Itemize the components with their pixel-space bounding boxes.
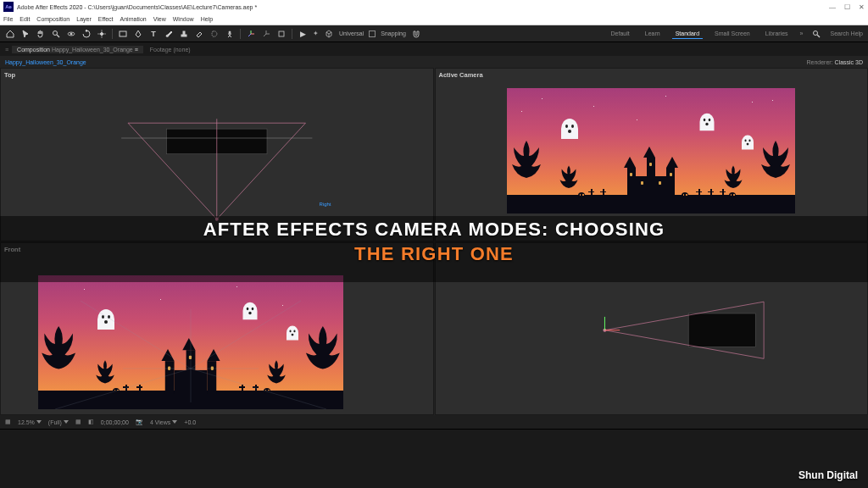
ghost: [742, 136, 754, 150]
maximize-button[interactable]: ☐: [844, 3, 850, 11]
breadcrumb-link[interactable]: Happy_Halloween_30_Orange: [5, 59, 86, 65]
stamp-tool-icon[interactable]: [179, 29, 189, 39]
roto-tool-icon[interactable]: [209, 29, 220, 39]
workspace-small[interactable]: Small Screen: [711, 29, 754, 38]
footage-tab[interactable]: Footage (none): [150, 47, 191, 53]
snapping-label: Snapping: [381, 30, 406, 36]
rect-tool-icon[interactable]: [118, 29, 128, 39]
workspace-default[interactable]: Default: [608, 29, 633, 38]
grid-icon[interactable]: ▦: [75, 419, 81, 425]
axis-view-icon[interactable]: [276, 29, 287, 39]
camera-icon[interactable]: 📷: [136, 419, 143, 425]
timeline-panel[interactable]: [0, 429, 868, 488]
renderer-dropdown[interactable]: Classic 3D: [835, 59, 863, 65]
axis-world-icon[interactable]: [261, 29, 271, 39]
viewport-top[interactable]: Top Right: [0, 68, 434, 241]
workspace-standard[interactable]: Standard: [672, 29, 703, 39]
toolbar: T ▶ ✦ Universal Snapping Default Learn S…: [0, 25, 868, 42]
mask-icon[interactable]: ◧: [88, 419, 94, 425]
minimize-button[interactable]: —: [829, 3, 836, 11]
svg-line-17: [248, 34, 251, 36]
castle-silhouette: [620, 152, 682, 198]
orbit-tool-icon[interactable]: [66, 29, 76, 39]
workspace-more-icon[interactable]: »: [800, 30, 804, 36]
svg-rect-21: [279, 31, 284, 36]
resolution-dropdown[interactable]: (Full): [48, 419, 69, 425]
window-title: Adobe After Effects 2020 - C:\Users\jgua…: [17, 4, 257, 10]
snapping-checkbox[interactable]: [369, 30, 376, 37]
zoom-tool-icon[interactable]: [51, 29, 61, 39]
tree-silhouette: [558, 164, 581, 200]
ghost: [561, 119, 578, 139]
views-dropdown[interactable]: 4 Views: [150, 419, 177, 425]
zoom-dropdown[interactable]: 12.5%: [18, 419, 42, 425]
eraser-tool-icon[interactable]: [194, 29, 204, 39]
overlay-band: [0, 216, 868, 282]
svg-rect-9: [183, 31, 185, 35]
puppet-tool-icon[interactable]: [225, 29, 235, 39]
search-help-label[interactable]: Search Help: [830, 30, 863, 36]
svg-line-20: [264, 34, 266, 36]
workspace-learn[interactable]: Learn: [642, 29, 664, 38]
arrow-icon[interactable]: ▶: [298, 29, 308, 39]
menu-file[interactable]: File: [3, 16, 13, 22]
axis-right-label: Right: [319, 202, 331, 207]
current-time[interactable]: 0;00;00;00: [101, 419, 129, 425]
rotate-tool-icon[interactable]: [81, 29, 92, 39]
menu-view[interactable]: View: [153, 16, 166, 22]
axis-local-icon[interactable]: [246, 29, 256, 39]
svg-line-1: [57, 35, 59, 37]
cube-icon[interactable]: [324, 29, 334, 39]
viewport-active-camera[interactable]: Active Camera: [435, 68, 869, 241]
svg-point-10: [229, 31, 231, 33]
svg-point-22: [814, 30, 818, 35]
svg-line-23: [817, 35, 820, 37]
menu-effect[interactable]: Effect: [98, 16, 114, 22]
svg-rect-7: [120, 31, 126, 36]
anchor-tool-icon[interactable]: [97, 29, 107, 39]
pen-tool-icon[interactable]: [133, 29, 143, 39]
composition-tab[interactable]: Composition Happy_Halloween_30_Orange ≡: [12, 46, 143, 53]
svg-rect-33: [688, 313, 755, 347]
composition-breadcrumb: Happy_Halloween_30_Orange Renderer: Clas…: [0, 56, 868, 68]
universal-label: Universal: [339, 30, 364, 36]
app-icon: Ae: [3, 2, 14, 12]
menu-layer[interactable]: Layer: [76, 16, 92, 22]
preview-footer: ▦ 12.5% (Full) ▦ ◧ 0;00;00;00 📷 4 Views …: [0, 415, 868, 429]
svg-point-0: [53, 30, 58, 35]
panel-tab-menu-icon[interactable]: ≡: [5, 47, 8, 53]
menu-composition[interactable]: Composition: [36, 16, 70, 22]
brush-tool-icon[interactable]: [164, 29, 174, 39]
hand-tool-icon[interactable]: [36, 29, 46, 39]
menu-bar: File Edit Composition Layer Effect Anima…: [0, 14, 868, 25]
tree-silhouette: [758, 139, 793, 200]
menu-window[interactable]: Window: [173, 16, 194, 22]
text-tool-icon[interactable]: T: [148, 29, 159, 39]
menu-edit[interactable]: Edit: [19, 16, 30, 22]
viewport-label-camera: Active Camera: [439, 71, 483, 79]
window-titlebar: Ae Adobe After Effects 2020 - C:\Users\j…: [0, 0, 868, 14]
render-queue-icon[interactable]: ▦: [5, 419, 11, 425]
viewport-label-top: Top: [4, 71, 15, 79]
workspace-libraries[interactable]: Libraries: [762, 29, 792, 38]
exposure-value[interactable]: +0.0: [184, 419, 196, 425]
home-icon[interactable]: [5, 29, 15, 39]
menu-animation[interactable]: Animation: [120, 16, 147, 22]
panel-tabs: ≡ Composition Happy_Halloween_30_Orange …: [0, 42, 868, 56]
tree-silhouette: [509, 139, 544, 200]
menu-help[interactable]: Help: [201, 16, 213, 22]
watermark: Shun Digital: [798, 469, 858, 481]
svg-point-3: [70, 33, 72, 35]
magnet-icon[interactable]: [411, 29, 421, 39]
ghost: [700, 114, 715, 130]
selection-tool-icon[interactable]: [20, 29, 31, 39]
close-button[interactable]: ✕: [859, 3, 865, 11]
search-icon[interactable]: [811, 29, 821, 39]
svg-line-14: [230, 36, 231, 37]
